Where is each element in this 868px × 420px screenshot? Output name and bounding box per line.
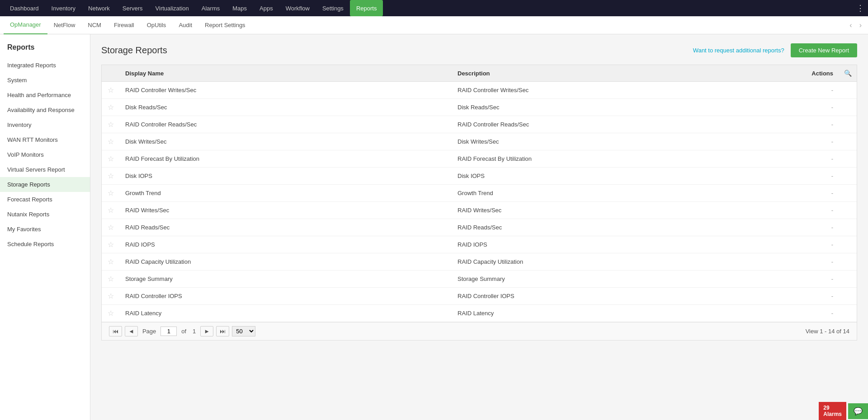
actions-cell: -	[784, 100, 839, 114]
table-row: ☆ RAID Controller Reads/Sec RAID Control…	[102, 116, 857, 133]
star-icon-11[interactable]: ☆	[102, 271, 120, 287]
sidebar-item-virtual-servers[interactable]: Virtual Servers Report	[0, 162, 90, 177]
star-icon-6[interactable]: ☆	[102, 185, 120, 201]
subnav-prev-arrow[interactable]: ‹	[847, 19, 854, 31]
sidebar-item-forecast-reports[interactable]: Forecast Reports	[0, 192, 90, 207]
more-options-icon[interactable]: ⋮	[856, 3, 864, 13]
nav-item-servers[interactable]: Servers	[116, 0, 149, 16]
star-icon-9[interactable]: ☆	[102, 237, 120, 252]
table-row: ☆ Disk IOPS Disk IOPS -	[102, 168, 857, 185]
sidebar-item-wan-rtt[interactable]: WAN RTT Monitors	[0, 132, 90, 147]
actions-cell: -	[784, 255, 839, 269]
description-cell: RAID Latency	[452, 306, 784, 320]
last-page-button[interactable]: ⏭	[216, 326, 229, 336]
row-action-icon	[839, 293, 857, 300]
header-actions: Want to request additional reports? Crea…	[693, 43, 857, 57]
star-icon-13[interactable]: ☆	[102, 305, 120, 321]
star-icon-0[interactable]: ☆	[102, 82, 120, 98]
nav-item-virtualization[interactable]: Virtualization	[149, 0, 195, 16]
sidebar-item-inventory[interactable]: Inventory	[0, 117, 90, 132]
subnav-firewall[interactable]: Firewall	[108, 16, 141, 34]
search-icon[interactable]: 🔍	[839, 70, 857, 77]
sidebar-item-nutanix-reports[interactable]: Nutanix Reports	[0, 207, 90, 222]
subnav-audit[interactable]: Audit	[172, 16, 198, 34]
sidebar-item-my-favorites[interactable]: My Favorites	[0, 222, 90, 237]
nav-item-reports[interactable]: Reports	[350, 0, 383, 16]
description-cell: RAID Reads/Sec	[452, 220, 784, 234]
row-action-icon	[839, 155, 857, 163]
page-title: Storage Reports	[101, 45, 167, 56]
sidebar-item-voip[interactable]: VoIP Monitors	[0, 147, 90, 162]
star-icon-7[interactable]: ☆	[102, 202, 120, 218]
col-display-name: Display Name	[120, 70, 452, 77]
actions-cell: -	[784, 272, 839, 286]
star-icon-5[interactable]: ☆	[102, 168, 120, 184]
sidebar-item-schedule-reports[interactable]: Schedule Reports	[0, 237, 90, 252]
col-description: Description	[452, 70, 784, 77]
per-page-select[interactable]: 50 25 100	[232, 326, 255, 336]
table-row: ☆ RAID Controller Writes/Sec RAID Contro…	[102, 82, 857, 99]
row-action-icon	[839, 207, 857, 214]
actions-cell: -	[784, 152, 839, 166]
star-icon-12[interactable]: ☆	[102, 288, 120, 304]
subnav-ncm[interactable]: NCM	[81, 16, 108, 34]
chat-button[interactable]: 💬	[848, 403, 868, 419]
prev-page-button[interactable]: ◄	[125, 326, 138, 336]
sidebar-item-integrated-reports[interactable]: Integrated Reports	[0, 58, 90, 73]
row-action-icon	[839, 224, 857, 231]
star-icon-8[interactable]: ☆	[102, 219, 120, 235]
table-row: ☆ RAID Controller IOPS RAID Controller I…	[102, 288, 857, 305]
nav-item-maps[interactable]: Maps	[226, 0, 253, 16]
description-cell: Disk Writes/Sec	[452, 135, 784, 149]
star-icon-3[interactable]: ☆	[102, 134, 120, 149]
sidebar-item-health-performance[interactable]: Health and Performance	[0, 88, 90, 103]
row-action-icon	[839, 258, 857, 266]
first-page-button[interactable]: ⏮	[109, 326, 122, 336]
sidebar-item-availability-response[interactable]: Availability and Response	[0, 103, 90, 117]
row-action-icon	[839, 138, 857, 145]
star-icon-2[interactable]: ☆	[102, 117, 120, 132]
nav-item-inventory[interactable]: Inventory	[45, 0, 82, 16]
alarm-badge[interactable]: 29 Alarms	[819, 402, 846, 420]
nav-item-network[interactable]: Network	[82, 0, 116, 16]
pagination-row: ⏮ ◄ Page of 1 ► ⏭ 50 25 100 View 1 - 14 …	[102, 322, 857, 340]
bottom-bar: 29 Alarms 💬	[819, 402, 868, 420]
table-row: ☆ RAID IOPS RAID IOPS -	[102, 236, 857, 253]
table-row: ☆ Growth Trend Growth Trend -	[102, 185, 857, 202]
nav-item-alarms[interactable]: Alarms	[195, 0, 226, 16]
star-icon-1[interactable]: ☆	[102, 99, 120, 115]
of-label: of	[181, 328, 186, 335]
star-icon-10[interactable]: ☆	[102, 254, 120, 270]
row-action-icon	[839, 121, 857, 128]
actions-cell: -	[784, 83, 839, 97]
nav-item-workflow[interactable]: Workflow	[279, 0, 316, 16]
create-new-report-button[interactable]: Create New Report	[791, 43, 857, 57]
subnav-oputils[interactable]: OpUtils	[141, 16, 173, 34]
sub-nav: OpManager NetFlow NCM Firewall OpUtils A…	[0, 16, 868, 34]
description-cell: RAID Forecast By Utilization	[452, 152, 784, 166]
display-name-cell: RAID IOPS	[120, 238, 452, 252]
actions-cell: -	[784, 203, 839, 217]
table-row: ☆ Storage Summary Storage Summary -	[102, 271, 857, 288]
page-input[interactable]	[160, 327, 177, 336]
subnav-next-arrow[interactable]: ›	[857, 19, 864, 31]
request-reports-link[interactable]: Want to request additional reports?	[693, 47, 784, 54]
content-area: Storage Reports Want to request addition…	[90, 34, 868, 420]
row-action-icon	[839, 190, 857, 197]
subnav-report-settings[interactable]: Report Settings	[198, 16, 252, 34]
next-page-button[interactable]: ►	[200, 326, 213, 336]
reports-table: Display Name Description Actions 🔍 ☆ RAI…	[101, 65, 857, 341]
subnav-opmanager[interactable]: OpManager	[4, 16, 47, 34]
total-pages: 1	[193, 328, 196, 335]
actions-cell: -	[784, 186, 839, 200]
star-icon-4[interactable]: ☆	[102, 151, 120, 167]
nav-item-apps[interactable]: Apps	[253, 0, 279, 16]
sidebar-item-system[interactable]: System	[0, 73, 90, 88]
description-cell: RAID Controller Writes/Sec	[452, 83, 784, 97]
nav-item-dashboard[interactable]: Dashboard	[4, 0, 45, 16]
subnav-netflow[interactable]: NetFlow	[47, 16, 82, 34]
sidebar-item-storage-reports[interactable]: Storage Reports	[0, 177, 90, 192]
view-text: View 1 - 14 of 14	[806, 328, 849, 335]
nav-item-settings[interactable]: Settings	[316, 0, 350, 16]
table-row: ☆ Disk Reads/Sec Disk Reads/Sec -	[102, 99, 857, 116]
